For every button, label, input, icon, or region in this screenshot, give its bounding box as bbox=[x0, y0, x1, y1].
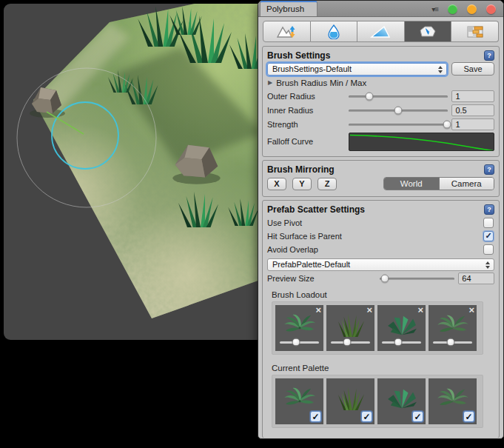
loadout-weight-slider[interactable] bbox=[433, 338, 472, 347]
remove-loadout-icon[interactable]: × bbox=[417, 305, 423, 315]
polybrush-window: Polybrush ▾≡ bbox=[258, 0, 504, 439]
foldout-label: Brush Radius Min / Max bbox=[276, 78, 366, 87]
window-maximize-button[interactable] bbox=[467, 4, 477, 14]
palette-enabled-checkbox[interactable]: ✓ bbox=[463, 411, 474, 422]
mirror-space-world[interactable]: World bbox=[384, 178, 439, 190]
mode-toolbar bbox=[263, 21, 499, 42]
loadout-weight-slider[interactable] bbox=[331, 338, 370, 347]
window-menu-icon[interactable]: ▾≡ bbox=[431, 5, 438, 13]
outer-radius-label: Outer Radius bbox=[267, 92, 349, 101]
window-close-button[interactable] bbox=[486, 4, 496, 14]
updown-arrow-icon bbox=[438, 65, 443, 74]
texture-brick-icon bbox=[465, 24, 485, 39]
brush-loadout-strip: × × × × bbox=[272, 301, 483, 355]
mirror-z-button[interactable]: Z bbox=[317, 178, 337, 190]
brush-settings-title: Brush Settings bbox=[267, 50, 484, 61]
strength-value[interactable]: 1 bbox=[451, 118, 494, 130]
loadout-weight-slider[interactable] bbox=[382, 338, 421, 347]
palette-tile[interactable]: ✓ bbox=[326, 378, 374, 424]
prefab-rock-icon bbox=[417, 24, 438, 39]
window-minimize-button[interactable] bbox=[448, 4, 457, 14]
water-drop-icon bbox=[323, 24, 344, 39]
save-button[interactable]: Save bbox=[451, 62, 494, 76]
section-prefab-scatter: Prefab Scatter Settings ? Use Pivot ✓ Hi… bbox=[262, 200, 500, 438]
preview-size-label: Preview Size bbox=[267, 274, 380, 283]
mirror-x-button[interactable]: X bbox=[267, 178, 286, 190]
prefab-palette-dropdown[interactable]: PrefabPalette-Default bbox=[267, 258, 494, 271]
prefab-palette-value: PrefabPalette-Default bbox=[272, 260, 350, 269]
titlebar[interactable]: Polybrush ▾≡ bbox=[258, 1, 503, 17]
remove-loadout-icon[interactable]: × bbox=[315, 305, 321, 315]
tool-paint-button[interactable] bbox=[357, 21, 405, 42]
hit-surface-parent-label: Hit Surface is Parent bbox=[267, 232, 342, 241]
remove-loadout-icon[interactable]: × bbox=[366, 305, 372, 315]
brush-preset-dropdown[interactable]: BrushSettings-Default bbox=[267, 63, 447, 76]
loadout-tile[interactable]: × bbox=[275, 305, 323, 351]
inner-radius-value[interactable]: 0.5 bbox=[451, 104, 494, 116]
palette-tile[interactable]: ✓ bbox=[377, 378, 426, 424]
foldout-arrow-icon: ▶ bbox=[268, 79, 272, 86]
updown-arrow-icon bbox=[485, 261, 491, 270]
falloff-curve bbox=[349, 133, 494, 151]
plant-thumbnail bbox=[385, 313, 419, 338]
remove-loadout-icon[interactable]: × bbox=[468, 305, 474, 315]
loadout-weight-slider[interactable] bbox=[280, 338, 319, 347]
outer-radius-slider[interactable] bbox=[349, 91, 448, 101]
hit-surface-parent-checkbox[interactable]: ✓ bbox=[483, 231, 494, 241]
strength-slider[interactable] bbox=[349, 119, 448, 130]
prefab-scatter-title: Prefab Scatter Settings bbox=[267, 204, 484, 215]
avoid-overlap-checkbox[interactable]: ✓ bbox=[483, 244, 494, 255]
mirror-space-camera[interactable]: Camera bbox=[439, 178, 494, 190]
use-pivot-checkbox[interactable]: ✓ bbox=[483, 218, 494, 228]
inner-radius-slider[interactable] bbox=[349, 105, 448, 116]
loadout-tile[interactable]: × bbox=[429, 305, 477, 351]
use-pivot-label: Use Pivot bbox=[267, 218, 302, 227]
plant-thumbnail bbox=[385, 387, 419, 412]
avoid-overlap-label: Avoid Overlap bbox=[267, 245, 318, 254]
palette-enabled-checkbox[interactable]: ✓ bbox=[310, 411, 321, 422]
palette-enabled-checkbox[interactable]: ✓ bbox=[361, 411, 372, 422]
brush-loadout-label: Brush Loadout bbox=[272, 290, 494, 299]
tool-scatter-button[interactable] bbox=[405, 21, 452, 42]
section-brush-settings: Brush Settings ? BrushSettings-Default S… bbox=[262, 46, 500, 157]
brush-radius-foldout[interactable]: ▶ Brush Radius Min / Max bbox=[267, 76, 494, 89]
section-brush-mirroring: Brush Mirroring ? X Y Z World Camera bbox=[262, 160, 500, 197]
plant-thumbnail bbox=[283, 313, 317, 338]
falloff-curve-field[interactable] bbox=[349, 133, 494, 151]
current-palette-strip: ✓ ✓ ✓ ✓ bbox=[272, 375, 483, 428]
plant-thumbnail bbox=[436, 387, 470, 412]
plant-thumbnail bbox=[334, 313, 368, 338]
current-palette-label: Current Palette bbox=[272, 364, 494, 372]
window-body: Brush Settings ? BrushSettings-Default S… bbox=[259, 17, 503, 438]
falloff-curve-label: Falloff Curve bbox=[267, 137, 349, 146]
tool-texture-button[interactable] bbox=[451, 21, 499, 42]
loadout-tile[interactable]: × bbox=[377, 305, 426, 351]
tool-sculpt-button[interactable] bbox=[263, 21, 311, 42]
brush-preset-value: BrushSettings-Default bbox=[272, 64, 352, 73]
triangle-gradient-icon bbox=[370, 24, 391, 39]
plant-thumbnail bbox=[283, 387, 317, 412]
tool-smooth-button[interactable] bbox=[311, 21, 358, 42]
preview-size-value[interactable]: 64 bbox=[458, 273, 494, 284]
preview-size-slider[interactable] bbox=[380, 273, 454, 284]
mirror-space-toggle: World Camera bbox=[383, 177, 494, 190]
mirror-y-button[interactable]: Y bbox=[292, 178, 312, 190]
tab-polybrush[interactable]: Polybrush bbox=[260, 1, 317, 16]
plant-thumbnail bbox=[334, 387, 368, 412]
brush-mirroring-title: Brush Mirroring bbox=[267, 164, 484, 175]
palette-tile[interactable]: ✓ bbox=[275, 378, 323, 424]
strength-label: Strength bbox=[267, 120, 349, 129]
loadout-tile[interactable]: × bbox=[326, 305, 374, 351]
help-icon[interactable]: ? bbox=[484, 50, 494, 61]
help-icon[interactable]: ? bbox=[484, 204, 494, 215]
plant-thumbnail bbox=[436, 313, 470, 338]
outer-radius-value[interactable]: 1 bbox=[451, 90, 494, 102]
inner-radius-label: Inner Radius bbox=[267, 106, 349, 115]
palette-tile[interactable]: ✓ bbox=[429, 378, 477, 424]
palette-enabled-checkbox[interactable]: ✓ bbox=[412, 411, 423, 422]
mountain-raise-lower-icon bbox=[276, 24, 297, 39]
help-icon[interactable]: ? bbox=[484, 164, 494, 175]
